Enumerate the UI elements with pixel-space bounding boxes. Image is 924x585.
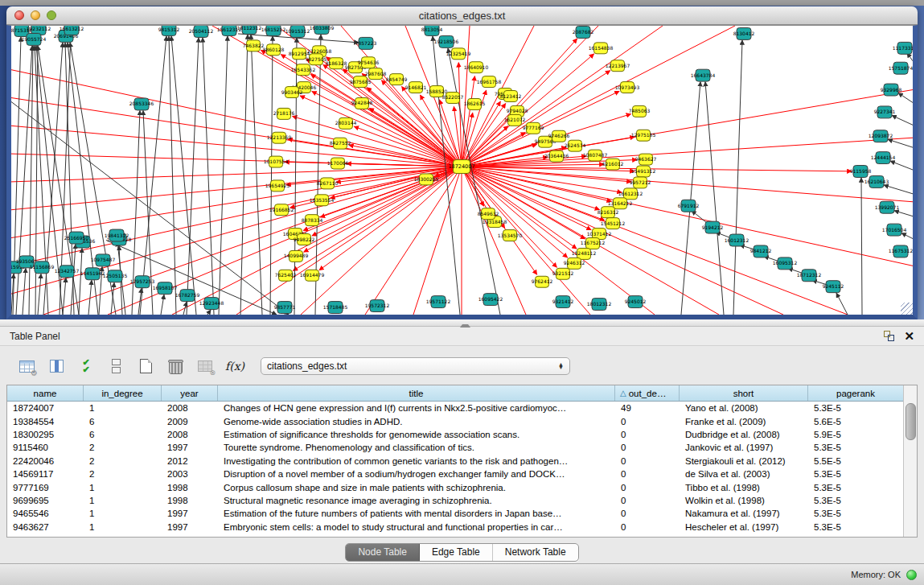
graph-node[interactable]: 12505135	[103, 270, 128, 282]
graph-node[interactable]: 9903462	[281, 87, 303, 98]
column-header-short[interactable]: short	[680, 385, 808, 401]
graph-node[interactable]: 14099489	[284, 250, 309, 262]
graph-node[interactable]: 16012312	[725, 234, 749, 246]
graph-node[interactable]: 9227341	[874, 106, 896, 118]
network-canvas[interactable]: 7463822886012889129542322605898275058186…	[11, 26, 913, 315]
graph-node[interactable]: 9841212	[750, 245, 772, 257]
graph-node[interactable]: 1170066	[327, 158, 349, 169]
select-all-button[interactable]: ✔✔	[72, 354, 100, 378]
graph-node[interactable]: 9777169	[523, 122, 544, 134]
close-window-icon[interactable]	[14, 10, 24, 20]
graph-node[interactable]: 7625402	[275, 270, 297, 281]
graph-node[interactable]: 16643784	[691, 69, 716, 81]
graph-node[interactable]: 19166852	[269, 204, 294, 216]
float-panel-icon[interactable]	[884, 331, 894, 341]
table-selector-dropdown[interactable]: citations_edges.txt ▲▼	[261, 357, 570, 375]
graph-node[interactable]: 8427552	[330, 138, 351, 149]
graph-node[interactable]: 16033809	[310, 26, 335, 34]
graph-node[interactable]: 19571122	[426, 296, 451, 308]
close-panel-icon[interactable]: ✕	[904, 331, 914, 342]
graph-node[interactable]: 9329968	[881, 84, 902, 96]
new-table-button[interactable]	[132, 354, 159, 378]
column-header-pagerank[interactable]: pagerank	[808, 385, 904, 401]
graph-node[interactable]: 19572312	[365, 300, 390, 312]
graph-node[interactable]: 16095312	[773, 257, 798, 270]
graph-node[interactable]: 9321412	[552, 296, 574, 308]
column-header-year[interactable]: year	[162, 385, 218, 401]
graph-node[interactable]: 9242848	[351, 98, 373, 109]
graph-node[interactable]: 8186328	[326, 58, 347, 69]
graph-node[interactable]: 7463822	[243, 40, 265, 51]
column-header-name[interactable]: name	[7, 385, 84, 401]
tab-network-table[interactable]: Network Table	[493, 544, 578, 561]
graph-node[interactable]: 8813054	[421, 26, 443, 35]
graph-node[interactable]: 10107554	[264, 156, 289, 167]
graph-node[interactable]: 15718485	[323, 302, 348, 314]
graph-node[interactable]: 12975185	[631, 130, 656, 141]
graph-node[interactable]: 9245112	[823, 281, 844, 293]
table-row[interactable]: 1456911722003Disruption of a novel membe…	[7, 468, 917, 480]
graph-node[interactable]: 8130412	[733, 27, 755, 39]
graph-node[interactable]: 12213967	[606, 60, 630, 72]
window-resize-grip[interactable]	[901, 303, 913, 315]
graph-node[interactable]: 16095422	[478, 294, 503, 306]
graph-node[interactable]: 18012312	[587, 299, 612, 311]
divider-handle-icon[interactable]	[460, 321, 470, 328]
graph-node[interactable]: 8123412	[500, 91, 522, 102]
graph-node[interactable]: 19654925	[265, 180, 290, 192]
graph-node[interactable]: 9115958	[850, 166, 872, 178]
graph-node[interactable]: 16210643	[864, 175, 889, 187]
graph-node[interactable]: 13534570	[498, 230, 523, 241]
graph-node[interactable]: 7485063	[629, 105, 651, 117]
vertical-scrollbar[interactable]	[903, 385, 917, 537]
graph-node[interactable]: 9246312	[564, 257, 585, 269]
graph-node[interactable]: 9762412	[532, 276, 553, 287]
unmerge-rows-button[interactable]	[102, 354, 129, 378]
graph-node[interactable]: 11675312	[889, 245, 913, 257]
scrollbar-thumb[interactable]	[906, 403, 916, 440]
table-row[interactable]: 1830029562008Estimation of significance …	[7, 428, 917, 441]
graph-node[interactable]: 8522057	[442, 93, 464, 104]
graph-node[interactable]: 19218506	[434, 35, 459, 47]
import-table-button[interactable]: ⊗	[191, 354, 219, 378]
graph-node[interactable]: 2803144	[335, 117, 357, 129]
graph-node[interactable]: 16815212	[261, 26, 286, 35]
graph-node[interactable]: 1862615	[464, 98, 486, 109]
graph-node[interactable]: 9957212	[630, 177, 651, 188]
graph-node[interactable]: 16961758	[477, 76, 502, 88]
graph-node[interactable]: 20504112	[189, 26, 214, 37]
network-window-titlebar[interactable]: citations_edges.txt	[6, 6, 918, 25]
table-row[interactable]: 946362711997Embryonic stem cells: a mode…	[7, 521, 917, 534]
graph-node[interactable]: 16958107	[153, 282, 178, 295]
table-row[interactable]: 2242004622012Investigating the contribut…	[7, 455, 917, 468]
column-visibility-button[interactable]	[43, 354, 70, 378]
graph-node[interactable]: 16914479	[300, 270, 325, 281]
tab-edge-table[interactable]: Edge Table	[420, 544, 493, 561]
graph-node[interactable]: 2624574	[565, 140, 586, 151]
minimize-window-icon[interactable]	[31, 10, 40, 20]
graph-node[interactable]: 2087682	[573, 26, 594, 38]
graph-node[interactable]: 8860128	[263, 44, 285, 56]
table-settings-button[interactable]: ⚙	[13, 354, 40, 378]
graph-node[interactable]: 8216312	[598, 207, 619, 218]
graph-node[interactable]: 2718176	[273, 108, 295, 119]
graph-node[interactable]: 10807487	[583, 150, 608, 161]
graph-node[interactable]: 9146821	[405, 82, 427, 93]
panel-divider[interactable]	[0, 319, 924, 327]
graph-node[interactable]: 8267110	[317, 178, 339, 189]
column-header-indegree[interactable]: in_degree	[84, 385, 162, 401]
graph-node[interactable]: 18640910	[464, 62, 489, 73]
table-row[interactable]: 977716911998Corpus callosum shape and si…	[7, 480, 917, 493]
column-header-title[interactable]: title	[218, 385, 615, 401]
graph-node[interactable]: 10975487	[91, 254, 116, 266]
graph-node[interactable]: 9875685	[350, 76, 372, 88]
table-row[interactable]: 946554611997Estimation of the future num…	[7, 507, 917, 520]
graph-node[interactable]: 8454749	[386, 74, 408, 85]
graph-node[interactable]: 9815312	[158, 26, 180, 35]
table-row[interactable]: 1872400712008Changes of HCN gene express…	[7, 402, 917, 414]
graph-node[interactable]: 9827505	[306, 54, 327, 65]
graph-node[interactable]: 16782759	[175, 290, 200, 302]
table-row[interactable]: 911546021997Tourette syndrome. Phenomeno…	[7, 441, 917, 454]
graph-node[interactable]: 18712312	[797, 270, 822, 282]
graph-node[interactable]: 9463627	[635, 154, 657, 165]
